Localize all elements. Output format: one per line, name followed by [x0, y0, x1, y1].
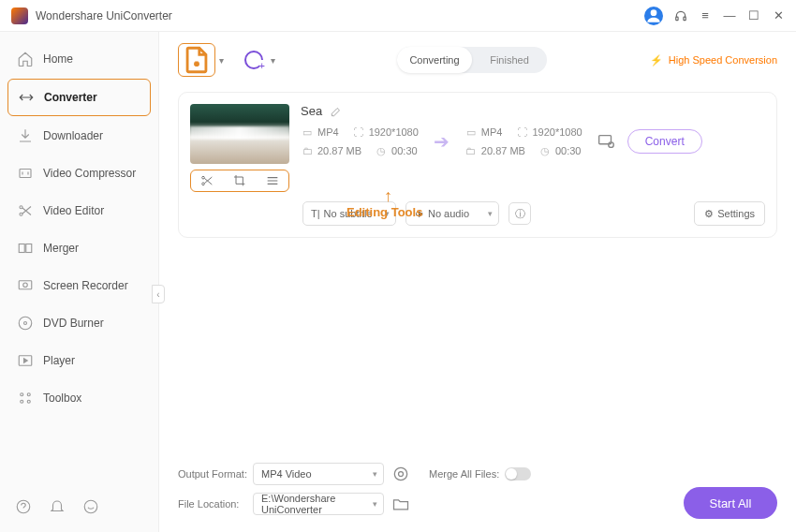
bolt-icon: ⚡: [650, 54, 663, 66]
video-icon: ▭: [301, 126, 314, 139]
size-icon: 🗀: [464, 144, 478, 157]
play-icon: [17, 352, 34, 369]
sidebar-label: Toolbox: [43, 392, 81, 405]
chevron-down-icon[interactable]: ▾: [219, 55, 224, 66]
headset-icon[interactable]: [674, 9, 687, 22]
merge-toggle[interactable]: [505, 467, 531, 480]
file-location-dropdown[interactable]: E:\Wondershare UniConverter▾: [253, 493, 384, 515]
svg-point-5: [20, 213, 22, 215]
bottom-bar: Output Format: MP4 Video▾ Merge All File…: [178, 463, 777, 523]
sidebar-item-dvd[interactable]: DVD Burner: [7, 305, 151, 341]
trim-icon[interactable]: [199, 173, 214, 188]
help-icon[interactable]: [15, 498, 32, 515]
app-logo: [11, 7, 28, 24]
resolution-icon: ⛶: [515, 126, 528, 139]
chevron-down-icon[interactable]: ▾: [271, 55, 275, 66]
video-icon: ▭: [464, 126, 478, 139]
arrow-icon: ➔: [434, 130, 450, 153]
crop-icon[interactable]: [232, 173, 247, 188]
sidebar-item-converter[interactable]: Converter: [7, 79, 151, 116]
dvd-icon: [17, 315, 34, 332]
editing-tools-bar: [190, 170, 289, 192]
sidebar-label: Merger: [43, 242, 79, 255]
menu-icon[interactable]: ≡: [699, 9, 712, 22]
svg-point-20: [202, 183, 205, 185]
text-icon: T|: [311, 208, 320, 219]
svg-point-17: [17, 500, 30, 513]
svg-point-9: [23, 283, 28, 288]
annotation-arrow: ↑: [384, 186, 392, 206]
format-preview-icon[interactable]: [391, 465, 410, 483]
sidebar-item-home[interactable]: Home: [7, 41, 151, 77]
sidebar-label: Downloader: [43, 129, 103, 142]
svg-point-10: [19, 317, 32, 330]
svg-point-4: [20, 206, 22, 209]
high-speed-link[interactable]: ⚡ High Speed Conversion: [650, 54, 777, 66]
resolution-icon: ⛶: [352, 126, 365, 139]
svg-point-0: [651, 9, 657, 16]
svg-point-14: [27, 393, 30, 396]
sidebar-item-toolbox[interactable]: Toolbox: [7, 380, 151, 416]
svg-rect-2: [684, 17, 685, 21]
output-format-dropdown[interactable]: MP4 Video▾: [253, 463, 384, 485]
toolbar: ▾ ▾ Converting Finished ⚡ High Speed Con…: [178, 41, 777, 79]
sidebar-label: DVD Burner: [43, 317, 104, 330]
open-folder-icon[interactable]: [391, 495, 410, 513]
sidebar-item-compressor[interactable]: Video Compressor: [7, 155, 151, 191]
tab-finished[interactable]: Finished: [472, 47, 547, 73]
svg-rect-6: [19, 244, 24, 253]
output-settings-icon[interactable]: [596, 131, 616, 152]
svg-rect-8: [19, 281, 32, 289]
sidebar-item-recorder[interactable]: Screen Recorder: [7, 268, 151, 303]
sidebar-item-player[interactable]: Player: [7, 343, 151, 378]
app-title: Wondershare UniConverter: [36, 9, 644, 22]
tab-converting[interactable]: Converting: [397, 47, 472, 73]
sidebar: Home Converter Downloader Video Compress…: [0, 32, 159, 532]
sidebar-label: Screen Recorder: [43, 279, 128, 292]
gear-icon: ⚙: [704, 208, 714, 220]
annotation-label: Editing Tools: [346, 205, 422, 219]
file-card: Sea ▭MP4 ⛶1920*1080 🗀20.87 MB ◷00:30: [178, 92, 777, 238]
settings-button[interactable]: ⚙ Settings: [694, 201, 765, 226]
home-icon: [17, 51, 34, 67]
sidebar-label: Video Compressor: [43, 167, 136, 180]
info-icon[interactable]: ⓘ: [509, 202, 531, 225]
svg-point-13: [21, 393, 23, 396]
close-button[interactable]: ✕: [772, 9, 785, 22]
file-name: Sea: [301, 104, 322, 118]
add-file-button[interactable]: [178, 43, 215, 77]
rename-icon[interactable]: [330, 105, 343, 118]
sidebar-label: Converter: [44, 91, 97, 104]
speed-label: High Speed Conversion: [669, 54, 777, 66]
start-all-button[interactable]: Start All: [684, 487, 777, 519]
effect-icon[interactable]: [265, 173, 280, 188]
record-icon: [17, 277, 34, 294]
minimize-button[interactable]: —: [723, 9, 736, 22]
svg-rect-3: [20, 170, 31, 178]
scissors-icon: [17, 202, 34, 219]
merge-icon: [17, 240, 34, 257]
compress-icon: [17, 165, 34, 182]
sidebar-label: Video Editor: [43, 204, 104, 217]
sidebar-item-editor[interactable]: Video Editor: [7, 193, 151, 229]
add-dvd-button[interactable]: [241, 47, 267, 73]
convert-button[interactable]: Convert: [627, 129, 702, 154]
collapse-sidebar-button[interactable]: ‹: [152, 285, 165, 303]
bell-icon[interactable]: [49, 498, 66, 515]
svg-rect-1: [676, 17, 678, 21]
titlebar: Wondershare UniConverter ≡ — ☐ ✕: [0, 0, 796, 32]
file-location-label: File Location:: [178, 498, 253, 510]
download-icon: [17, 127, 34, 144]
sidebar-item-merger[interactable]: Merger: [7, 230, 151, 266]
merge-label: Merge All Files:: [429, 468, 499, 480]
svg-point-11: [24, 322, 27, 325]
svg-point-19: [202, 176, 205, 179]
sidebar-item-downloader[interactable]: Downloader: [7, 118, 151, 154]
svg-point-15: [21, 400, 23, 403]
video-thumbnail[interactable]: [190, 104, 289, 164]
svg-point-23: [394, 467, 406, 480]
user-icon[interactable]: [644, 7, 663, 25]
feedback-icon[interactable]: [82, 498, 99, 515]
toolbox-icon: [17, 390, 34, 406]
maximize-button[interactable]: ☐: [747, 9, 760, 22]
